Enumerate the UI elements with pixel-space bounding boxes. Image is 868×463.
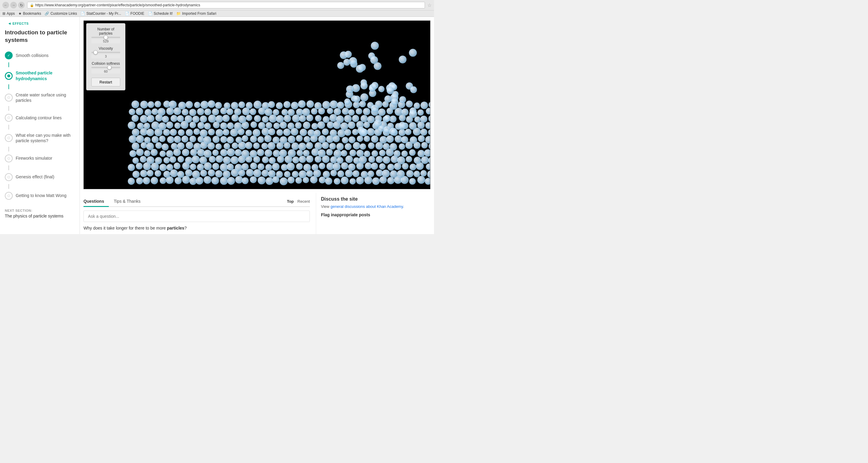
statcounter-label: StatCounter - My Pr... <box>86 11 121 16</box>
tab-questions[interactable]: Questions <box>84 196 109 207</box>
svg-point-179 <box>273 150 280 157</box>
tabs: Questions Tips & Thanks Top Recent <box>84 196 310 207</box>
svg-point-263 <box>304 136 310 142</box>
svg-point-443 <box>155 101 161 107</box>
svg-point-36 <box>401 176 409 184</box>
sidebar-item-contour-lines[interactable]: Calculating contour lines <box>0 111 80 125</box>
particles-slider-thumb[interactable] <box>104 35 108 39</box>
sidebar-item-matt-wong[interactable]: Getting to know Matt Wong <box>0 189 80 203</box>
svg-point-340 <box>280 122 287 129</box>
svg-point-229 <box>353 142 361 150</box>
svg-point-44 <box>163 171 170 178</box>
bookmark-customize[interactable]: 🔗 Customize Links <box>44 11 77 16</box>
svg-point-407 <box>182 109 188 115</box>
statcounter-icon: 📄 <box>81 11 85 16</box>
scheduleit-label: Schedule It! <box>154 11 173 16</box>
svg-point-402 <box>145 109 152 116</box>
bookmark-foodie[interactable]: 📄 FOODIE <box>125 11 144 16</box>
svg-point-65 <box>323 171 330 178</box>
svg-point-40 <box>132 171 140 178</box>
svg-point-459 <box>276 102 283 109</box>
svg-point-464 <box>314 102 321 109</box>
svg-point-375 <box>246 114 252 121</box>
svg-point-415 <box>242 107 250 115</box>
svg-point-384 <box>315 115 321 122</box>
svg-point-78 <box>421 170 427 176</box>
svg-point-81 <box>136 163 143 170</box>
flag-posts[interactable]: Flag inappropriate posts <box>321 212 430 217</box>
softness-slider-thumb[interactable] <box>107 65 112 70</box>
reload-button[interactable]: ↻ <box>18 2 25 8</box>
svg-point-193 <box>379 150 385 156</box>
connector-line-7 <box>8 184 9 189</box>
svg-point-136 <box>253 156 260 163</box>
svg-point-420 <box>281 109 288 115</box>
discuss-link[interactable]: general discussions about Khan Academy <box>331 204 403 209</box>
svg-point-446 <box>178 102 186 110</box>
bookmark-imported[interactable]: 📁 Imported From Safari <box>176 11 216 16</box>
svg-point-396 <box>406 116 413 123</box>
svg-point-416 <box>250 108 256 115</box>
svg-point-309 <box>352 129 358 135</box>
controls-panel: Number of particles 529 Viscosity 3 <box>86 23 125 90</box>
sidebar-item-create-water[interactable]: Create water surface using particles <box>0 89 80 106</box>
svg-point-428 <box>342 107 349 115</box>
effects-label[interactable]: EFFECTS <box>0 22 80 29</box>
svg-point-261 <box>288 136 296 143</box>
svg-point-199 <box>424 149 430 157</box>
sidebar-item-smoothed-particle[interactable]: Smoothed particle hydrodynamics <box>0 67 80 84</box>
address-bar[interactable]: 🔒 https://www.khanacademy.org/partner-co… <box>27 2 425 8</box>
svg-point-431 <box>363 108 370 115</box>
question-text: Why does it take longer for there to be … <box>84 226 310 230</box>
svg-point-35 <box>394 176 402 184</box>
svg-point-457 <box>262 102 269 109</box>
svg-point-221 <box>291 142 299 150</box>
svg-point-39 <box>425 178 430 185</box>
star-button[interactable]: ☆ <box>427 2 432 8</box>
svg-point-462 <box>298 100 306 108</box>
svg-point-321 <box>137 123 144 129</box>
svg-point-350 <box>356 121 364 129</box>
svg-point-143 <box>306 156 313 163</box>
bookmark-bookmarks[interactable]: ★ Bookmarks <box>19 11 41 16</box>
svg-point-67 <box>337 170 344 177</box>
sidebar-item-smooth-collisions[interactable]: ✓ Smooth collisions <box>0 48 80 62</box>
svg-point-444 <box>163 101 170 107</box>
svg-point-256 <box>250 136 257 142</box>
viscosity-slider-thumb[interactable] <box>93 50 98 55</box>
bookmark-scheduleit[interactable]: 📄 Schedule It! <box>148 11 173 16</box>
connector-line-4 <box>8 125 9 130</box>
tab-tips[interactable]: Tips & Thanks <box>109 196 145 206</box>
back-button[interactable]: ← <box>2 2 9 8</box>
sidebar-item-genesis[interactable]: Genesis effect (final) <box>0 170 80 184</box>
sidebar-item-fireworks[interactable]: Fireworks simulator <box>0 152 80 165</box>
svg-point-198 <box>417 150 425 157</box>
simulation-canvas[interactable]: Number of particles 529 Viscosity 3 <box>84 21 430 189</box>
svg-point-523 <box>389 128 397 136</box>
bookmark-apps[interactable]: ⊞ Apps <box>2 11 15 16</box>
forward-button[interactable]: → <box>10 2 17 8</box>
svg-point-280 <box>132 129 139 136</box>
svg-point-117 <box>410 164 416 170</box>
svg-point-189 <box>349 150 356 156</box>
sort-recent[interactable]: Recent <box>298 199 310 204</box>
sidebar-item-what-else[interactable]: What else can you make with particle sys… <box>0 130 80 146</box>
restart-button[interactable]: Restart <box>91 78 120 87</box>
connector-line-3 <box>8 106 9 111</box>
question-suffix: ? <box>184 226 187 230</box>
svg-point-14 <box>235 176 243 184</box>
sort-top[interactable]: Top <box>287 199 294 204</box>
lock-icon: 🔒 <box>30 3 34 7</box>
svg-point-9 <box>195 177 204 185</box>
ask-question-input[interactable] <box>84 210 310 222</box>
bookmark-statcounter[interactable]: 📄 StatCounter - My Pr... <box>81 11 121 16</box>
svg-point-63 <box>306 170 313 177</box>
svg-point-266 <box>326 135 334 143</box>
svg-point-281 <box>140 128 147 136</box>
svg-point-214 <box>238 141 246 150</box>
svg-point-292 <box>223 129 229 136</box>
apps-icon: ⊞ <box>2 11 5 16</box>
svg-point-72 <box>376 169 383 176</box>
svg-point-527 <box>391 98 398 105</box>
svg-point-243 <box>152 136 159 143</box>
